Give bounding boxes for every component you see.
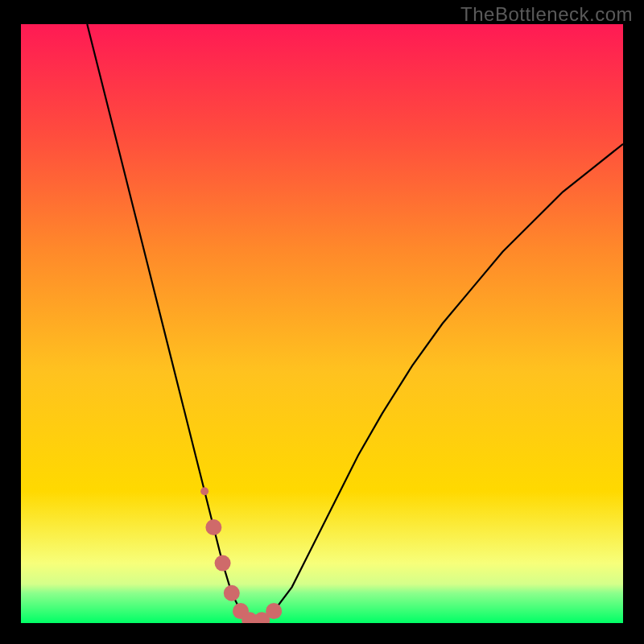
highlight-dot (205, 519, 221, 535)
watermark-text: TheBottleneck.com (460, 3, 633, 26)
highlight-dot (200, 487, 208, 495)
highlight-dot (224, 585, 240, 601)
highlight-dot (266, 603, 282, 619)
bottleneck-chart (21, 24, 623, 623)
gradient-background (21, 24, 623, 623)
chart-frame: TheBottleneck.com (0, 0, 644, 644)
highlight-dot (215, 555, 231, 572)
plot-area (21, 24, 623, 623)
